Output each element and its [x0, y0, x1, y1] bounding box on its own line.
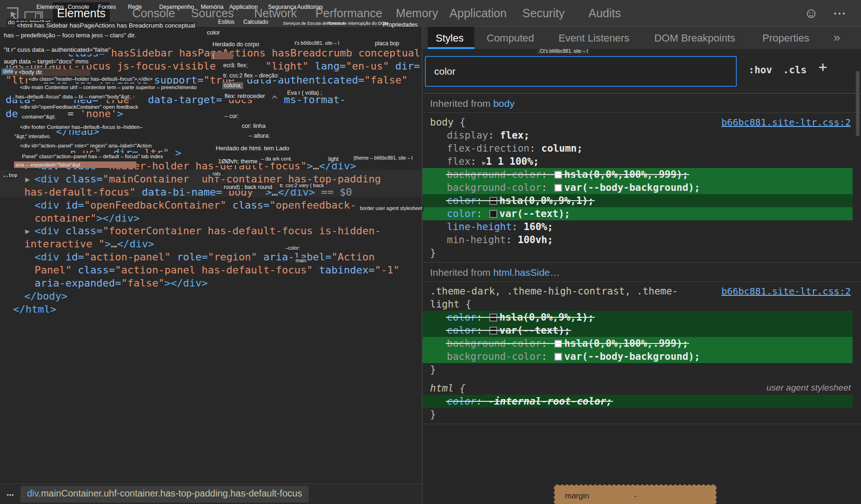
ghost-text: tr. css:2 flex – direção:: [222, 72, 280, 79]
ghost-text: Estilos: [217, 19, 236, 26]
tab-memory[interactable]: Memory: [396, 7, 438, 20]
ghost-text: color: [205, 29, 221, 36]
color-swatch[interactable]: [489, 327, 497, 335]
css-declaration[interactable]: color: hsla(0,0%,9%,1);: [423, 194, 853, 207]
ghost-text: Calculado: [242, 19, 269, 26]
css-declaration[interactable]: background-color: hsla(0,0%,100%,.999);: [423, 168, 853, 181]
sidebar-tab-event-listeners[interactable]: Event Listeners: [558, 32, 629, 44]
tab-performance[interactable]: Performance: [315, 7, 382, 20]
css-declaration[interactable]: color: hsla(0,0%,9%,1);: [423, 311, 853, 324]
tab-security[interactable]: Security: [522, 7, 565, 20]
ghost-text: Panel" class="action–panel has – default…: [21, 153, 164, 160]
scrollbar-thumb[interactable]: [856, 71, 860, 136]
breadcrumb-node[interactable]: div.mainContainer.uhf-container.has-top-…: [21, 486, 309, 503]
css-declaration[interactable]: display: flex;: [423, 129, 861, 142]
ghost-text: Fontes: [97, 4, 117, 11]
ghost-text: <html has Sidebar hasPageActions has Bre…: [15, 22, 197, 30]
ghost-text: Propriedades: [381, 21, 419, 29]
inherited-node-link[interactable]: html.hasSide…: [493, 267, 559, 278]
dom-tree-row[interactable]: <div id="openFeedbackContainer" class="o…: [35, 199, 356, 212]
css-declaration[interactable]: background-color: hsla(0,0%,100%,.999);: [423, 337, 853, 350]
ghost-text: <div footer Container has–default–focus …: [19, 124, 144, 130]
color-swatch[interactable]: [554, 171, 562, 179]
inspect-element-icon[interactable]: [6, 7, 19, 20]
ghost-text: Memória: [199, 4, 225, 11]
element-classes-button[interactable]: .cls: [783, 64, 807, 76]
breadcrumb-node-classes: .mainContainer.uhf-container.has-top-pad…: [38, 488, 302, 498]
inherited-from-header: Inherited from html.hasSide…: [423, 262, 861, 282]
color-swatch[interactable]: [554, 184, 562, 192]
css-rule: b66bc881.site-ltr.css:2.theme-dark, .the…: [423, 282, 861, 379]
ghost-text: Herdado de html. tem Lado: [214, 145, 291, 152]
ghost-text: round) ; back round: [222, 184, 274, 191]
expand-arrow-icon[interactable]: ▶: [25, 176, 30, 183]
dom-tree-row[interactable]: Panel" class="action-panel has-default-f…: [35, 264, 399, 277]
rule-selector[interactable]: light {: [423, 298, 861, 311]
toggle-element-state-button[interactable]: :hov: [748, 64, 772, 76]
dom-tree-row[interactable]: <div class="mainContainer uhf-container …: [35, 173, 381, 186]
css-declaration[interactable]: color: -internal-root-color;: [423, 395, 853, 408]
feedback-smiley-icon[interactable]: ☺: [804, 5, 819, 21]
dom-tree-row[interactable]: </body>: [24, 290, 68, 303]
devtools-window: ElementsConsoleSourcesNetworkPerformance…: [0, 0, 861, 504]
ghost-text: tr. css:2 vary ( back: [278, 182, 325, 189]
color-swatch[interactable]: [489, 210, 497, 218]
css-declaration[interactable]: min-height: 100vh;: [423, 233, 861, 246]
ghost-text: – altura:: [247, 133, 271, 140]
ghost-text: {: [211, 52, 233, 59]
style-filter-input[interactable]: [425, 56, 737, 87]
tab-application[interactable]: Application: [450, 7, 507, 20]
dom-tree-row[interactable]: container"></div>: [35, 212, 140, 225]
ghost-text: main: [294, 258, 308, 264]
overflow-tabs-icon[interactable]: »: [833, 30, 840, 45]
box-model-diagram: margin-border-padding24: [554, 484, 717, 504]
color-swatch[interactable]: [554, 353, 562, 361]
dom-tree-row[interactable]: interactive ">…</div>: [24, 238, 154, 251]
ghost-text: v <body dir.: [13, 69, 90, 76]
dom-tree-row[interactable]: class="hasSidebar hasPageActions hasBrea…: [68, 47, 420, 60]
ghost-text: augh data – target="docs" mms: [2, 58, 90, 65]
dom-tree-row[interactable]: <div id="action-panel" role="region" ari…: [35, 251, 375, 264]
dom-tree-row[interactable]: </html>: [13, 303, 56, 316]
new-style-rule-button[interactable]: +: [819, 58, 827, 75]
ghost-text: container"&gt;: [21, 113, 57, 120]
css-rule: user agent stylesheethtml {color: -inter…: [423, 379, 861, 424]
sidebar-tab-computed[interactable]: Computed: [487, 32, 534, 44]
ghost-text: Eva r ( volta) ;: [286, 90, 324, 97]
inherited-from-header: Inherited from body: [423, 93, 861, 113]
ghost-text: <div main Contentor uhf – contentor tem …: [19, 84, 198, 91]
color-swatch[interactable]: [489, 314, 497, 322]
active-sidebar-tab-underline: [428, 47, 474, 49]
css-declaration[interactable]: flex: ▶1 1 100%;: [423, 155, 861, 168]
ghost-text: <div id="openFeedbackContainer" open fee…: [19, 104, 140, 110]
inherited-node-link[interactable]: body: [493, 98, 515, 109]
box-model-margin[interactable]: margin-border-padding24: [554, 484, 717, 504]
ghost-text: – da ark cont.: [260, 156, 294, 162]
ghost-text: light: [327, 156, 340, 163]
sidebar-tab-styles[interactable]: Styles: [436, 32, 464, 44]
expand-arrow-icon[interactable]: ▶: [25, 228, 30, 235]
dom-tree-row[interactable]: aria-expanded="false"></div>: [35, 277, 208, 290]
breadcrumb-bar: ... div.mainContainer.uhf-container.has-…: [0, 483, 422, 504]
css-declaration[interactable]: background-color: var(--body-background)…: [423, 350, 853, 363]
stylesheet-link[interactable]: b66bc881.site-ltr.css:2: [721, 117, 851, 128]
css-declaration[interactable]: flex-direction: column;: [423, 142, 861, 155]
ghost-text: "It r" cuss data – authenticated="false": [2, 46, 112, 54]
more-options-icon[interactable]: •••: [834, 9, 847, 17]
stylesheet-link[interactable]: b66bc881.site-ltr.css:2: [721, 286, 851, 297]
color-swatch[interactable]: [554, 340, 562, 348]
ghost-text: Application: [228, 4, 259, 11]
sidebar-tab-properties[interactable]: Properties: [762, 32, 809, 44]
breadcrumb-overflow-icon[interactable]: ...: [7, 488, 14, 498]
css-declaration[interactable]: background-color: var(--body-background)…: [423, 181, 853, 194]
color-swatch[interactable]: [489, 197, 497, 205]
css-declaration[interactable]: color: var(--text);: [423, 207, 853, 220]
panel-divider[interactable]: [422, 27, 423, 504]
dom-tree-row[interactable]: <div class="footerContainer has-default-…: [35, 224, 381, 238]
ghost-text: –color:: [284, 245, 302, 251]
sidebar-tab-dom-breakpoints[interactable]: DOM Breakpoints: [654, 32, 735, 44]
css-declaration[interactable]: color: var(--text);: [423, 324, 853, 337]
tab-audits[interactable]: Audits: [588, 7, 621, 20]
css-declaration[interactable]: line-height: 160%;: [423, 220, 861, 233]
styles-sidebar: StylesComputedEvent ListenersDOM Breakpo…: [423, 27, 861, 504]
